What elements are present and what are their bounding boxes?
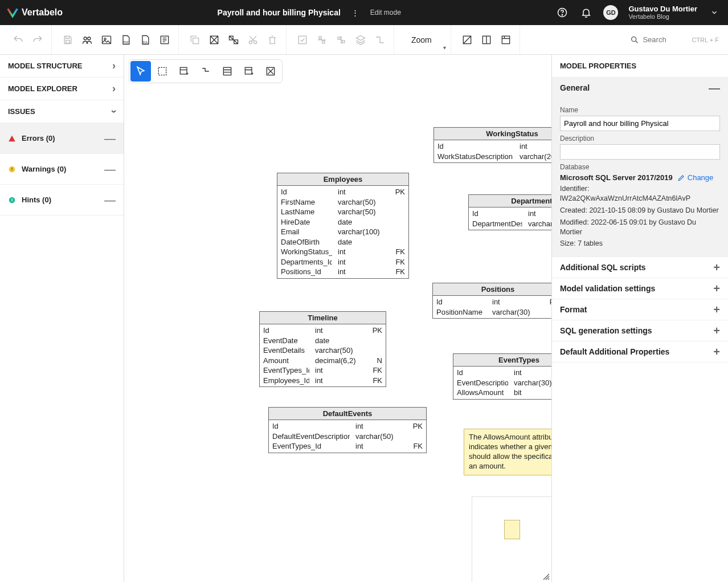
- canvas-note[interactable]: The AllowsAmount attribute indicates whe…: [464, 429, 551, 475]
- column-row[interactable]: Emailvarchar(100): [281, 227, 405, 237]
- column-row[interactable]: AllowsAmountbit: [457, 388, 551, 398]
- align-h-button[interactable]: [313, 31, 331, 49]
- view-2-button[interactable]: [477, 31, 496, 49]
- column-row[interactable]: DepartmentDescripvarchar(30): [472, 219, 551, 229]
- layers-button[interactable]: [351, 31, 370, 49]
- add-area-tool[interactable]: [260, 61, 281, 82]
- column-row[interactable]: Departments_IdintFK: [281, 257, 405, 267]
- user-block[interactable]: Gustavo Du Mortier Vertabelo Blog: [628, 5, 697, 20]
- add-relation-tool[interactable]: [195, 61, 216, 82]
- column-row[interactable]: HireDatedate: [281, 217, 405, 227]
- entity-defaultevents[interactable]: DefaultEvents IdintPKDefaultEventDescrip…: [268, 407, 427, 453]
- snap-button[interactable]: [224, 31, 243, 49]
- export-pdf-button[interactable]: PDF: [117, 31, 135, 49]
- entity-positions[interactable]: Positions IdintPKPositionNamevarchar(30): [432, 283, 551, 319]
- undo-button[interactable]: [9, 31, 27, 49]
- entity-eventtypes[interactable]: EventTypes IdintPKEventDescriptionvarcha…: [453, 353, 551, 400]
- general-section-header[interactable]: General —: [552, 78, 728, 98]
- export-image-button[interactable]: [97, 31, 116, 49]
- minimap[interactable]: [472, 496, 551, 582]
- column-row[interactable]: FirstNamevarchar(50): [281, 197, 405, 207]
- add-note-tool[interactable]: [239, 61, 259, 82]
- column-row[interactable]: Amountdecimal(6,2)N: [263, 356, 382, 366]
- add-table-tool[interactable]: [174, 61, 194, 82]
- share-button[interactable]: [78, 31, 96, 49]
- model-explorer-section[interactable]: MODEL EXPLORER: [0, 78, 124, 100]
- column-row[interactable]: PositionNamevarchar(30): [436, 307, 551, 318]
- column-row[interactable]: DefaultEventDescriptionvarchar(50): [272, 432, 423, 442]
- expand-icon[interactable]: +: [713, 349, 720, 355]
- column-row[interactable]: EventDatedate: [263, 336, 382, 346]
- validation-section[interactable]: Model validation settings+: [552, 278, 728, 299]
- expand-icon[interactable]: +: [713, 264, 720, 270]
- align-v-button[interactable]: [332, 31, 350, 49]
- search-input[interactable]: [643, 35, 688, 44]
- column-row[interactable]: DateOfBirthdate: [281, 237, 405, 247]
- column-row[interactable]: Employees_IdintFK: [263, 376, 382, 386]
- column-row[interactable]: IdintPK: [281, 187, 405, 197]
- view-1-button[interactable]: [458, 31, 476, 49]
- hints-row[interactable]: i Hints (0) —: [0, 185, 124, 215]
- column-row[interactable]: WorkingStatus_IdintFK: [281, 247, 405, 257]
- column-row[interactable]: IdintPK: [272, 421, 423, 432]
- column-row[interactable]: IdintPK: [436, 297, 551, 307]
- collapse-icon[interactable]: —: [104, 166, 116, 172]
- collapse-icon[interactable]: —: [709, 85, 720, 91]
- resize-handle-icon[interactable]: [542, 573, 550, 581]
- export-sql-button[interactable]: SQL: [136, 31, 154, 49]
- expand-icon[interactable]: +: [713, 328, 720, 333]
- zoom-label[interactable]: Zoom: [401, 35, 442, 44]
- errors-row[interactable]: Errors (0) —: [0, 123, 124, 154]
- align-check-button[interactable]: [293, 31, 312, 49]
- issues-section[interactable]: ISSUES: [0, 100, 124, 123]
- default-props-section[interactable]: Default Additional Properties+: [552, 341, 728, 362]
- expand-icon[interactable]: +: [713, 307, 720, 312]
- search-box[interactable]: CTRL + F: [625, 33, 723, 47]
- column-row[interactable]: EventDetailsvarchar(50): [263, 345, 382, 356]
- change-database-link[interactable]: Change: [677, 173, 714, 182]
- column-row[interactable]: WorkStatusDescriptionvarchar(20): [437, 152, 551, 162]
- model-menu-icon[interactable]: ⋮: [349, 6, 362, 19]
- column-row[interactable]: LastNamevarchar(50): [281, 207, 405, 217]
- grid-button[interactable]: [205, 31, 223, 49]
- additional-sql-section[interactable]: Additional SQL scripts+: [552, 257, 728, 278]
- description-input[interactable]: [560, 144, 720, 160]
- copy-button[interactable]: [186, 31, 204, 49]
- edit-mode-label[interactable]: Edit mode: [370, 9, 401, 17]
- help-icon[interactable]: [555, 6, 569, 19]
- name-input[interactable]: [560, 116, 720, 131]
- marquee-tool[interactable]: [152, 61, 173, 82]
- collapse-icon[interactable]: —: [104, 136, 116, 141]
- canvas[interactable]: Employees IdintPKFirstNamevarchar(50)Las…: [124, 55, 551, 582]
- column-row[interactable]: IdintPK: [263, 325, 382, 336]
- format-section[interactable]: Format+: [552, 299, 728, 320]
- entity-workingstatus[interactable]: WorkingStatus IdintPKWorkStatusDescripti…: [433, 127, 551, 163]
- column-row[interactable]: EventDescriptionvarchar(30): [457, 378, 551, 388]
- view-3-button[interactable]: [497, 31, 515, 49]
- cut-button[interactable]: [244, 31, 262, 49]
- expand-icon[interactable]: +: [713, 286, 720, 291]
- user-avatar[interactable]: GD: [603, 5, 618, 20]
- entity-employees[interactable]: Employees IdintPKFirstNamevarchar(50)Las…: [277, 173, 409, 279]
- column-row[interactable]: IdintPK: [457, 368, 551, 378]
- entity-timeline[interactable]: Timeline IdintPKEventDatedateEventDetail…: [259, 311, 386, 387]
- add-view-tool[interactable]: [217, 61, 238, 82]
- bell-icon[interactable]: [579, 6, 593, 19]
- entity-departments[interactable]: Departments IdintPKDepartmentDescripvarc…: [468, 194, 551, 230]
- column-row[interactable]: Positions_IdintFK: [281, 267, 405, 277]
- select-tool[interactable]: [130, 61, 151, 82]
- delete-button[interactable]: [263, 31, 281, 49]
- user-chevron-icon[interactable]: [707, 6, 721, 19]
- column-row[interactable]: EventTypes_IdintFK: [272, 441, 423, 451]
- warnings-row[interactable]: ! Warnings (0) —: [0, 154, 124, 185]
- route-button[interactable]: [371, 31, 389, 49]
- brand-logo[interactable]: Vertabelo: [7, 7, 63, 18]
- save-button[interactable]: [59, 31, 77, 49]
- collapse-icon[interactable]: —: [104, 197, 116, 203]
- column-row[interactable]: IdintPK: [472, 209, 551, 219]
- column-row[interactable]: EventTypes_IdintFK: [263, 365, 382, 376]
- export-xml-button[interactable]: [156, 31, 174, 49]
- model-structure-section[interactable]: MODEL STRUCTURE: [0, 55, 124, 78]
- zoom-chevron-icon[interactable]: ▾: [443, 44, 446, 51]
- redo-button[interactable]: [28, 31, 47, 49]
